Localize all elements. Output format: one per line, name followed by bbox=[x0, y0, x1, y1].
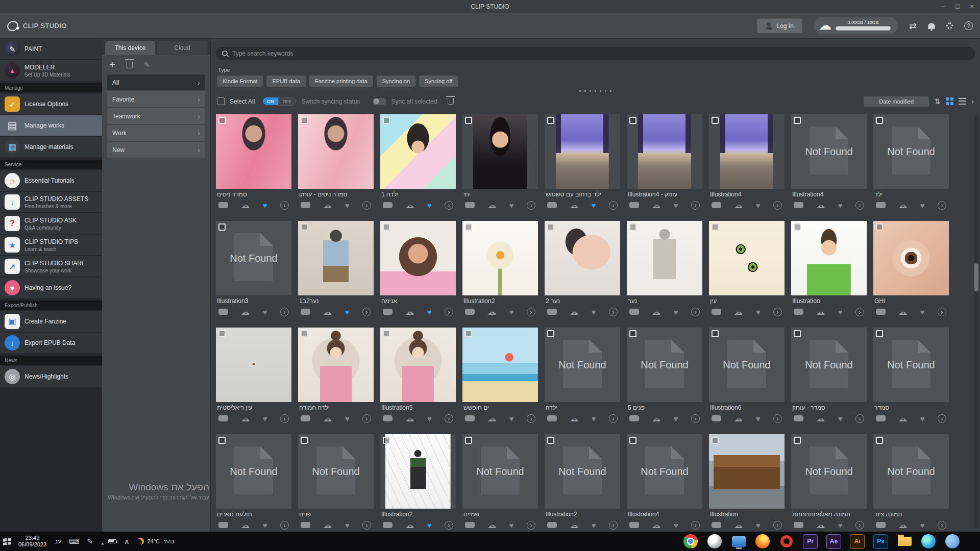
favorite-heart-icon[interactable]: ♥ bbox=[756, 415, 761, 422]
sync-all-toggle-icon[interactable] bbox=[373, 98, 386, 105]
work-thumbnail[interactable]: Not Found bbox=[791, 114, 867, 189]
work-thumbnail[interactable] bbox=[709, 221, 785, 295]
work-item[interactable]: ילד ברחוב עם טשטוש ☁ ♥ › bbox=[545, 114, 620, 212]
more-chevron-icon[interactable]: › bbox=[609, 521, 618, 530]
more-chevron-icon[interactable]: › bbox=[773, 414, 782, 423]
work-thumbnail[interactable]: Not Found bbox=[462, 434, 538, 509]
work-thumbnail[interactable] bbox=[545, 221, 620, 295]
more-chevron-icon[interactable]: › bbox=[609, 201, 618, 210]
cloud-sync-icon[interactable]: ☁ bbox=[570, 201, 578, 210]
cloud-sync-icon[interactable]: ☁ bbox=[816, 521, 825, 530]
work-checkbox[interactable] bbox=[383, 330, 390, 337]
work-thumbnail[interactable] bbox=[462, 221, 538, 295]
work-checkbox[interactable] bbox=[712, 117, 719, 124]
pen-settings-icon[interactable]: ✎ bbox=[87, 538, 93, 545]
cloud-sync-icon[interactable]: ☁ bbox=[323, 201, 332, 210]
cloud-sync-icon[interactable]: ☁ bbox=[570, 308, 578, 316]
more-chevron-icon[interactable]: › bbox=[855, 521, 864, 530]
favorite-heart-icon[interactable]: ♥ bbox=[509, 202, 514, 209]
work-checkbox[interactable] bbox=[876, 330, 883, 337]
favorite-heart-icon[interactable]: ♥ bbox=[674, 308, 678, 316]
more-chevron-icon[interactable]: › bbox=[773, 521, 782, 530]
work-item[interactable]: Illustration5 ☁ ♥ › bbox=[380, 328, 456, 425]
sidebar-item-manage-works[interactable]: ▤ Manage works bbox=[0, 115, 102, 136]
work-thumbnail[interactable] bbox=[380, 434, 456, 509]
more-chevron-icon[interactable]: › bbox=[280, 201, 289, 210]
hidden-icons-chevron[interactable]: ∧ bbox=[124, 538, 129, 545]
more-chevron-icon[interactable]: › bbox=[362, 201, 371, 210]
cloud-sync-icon[interactable]: ☁ bbox=[405, 414, 414, 423]
more-chevron-icon[interactable]: › bbox=[691, 201, 700, 210]
sidebar-item-paint[interactable]: ✎ PAINT bbox=[0, 39, 102, 59]
favorite-heart-icon[interactable]: ♥ bbox=[263, 202, 267, 209]
work-thumbnail[interactable] bbox=[380, 221, 456, 295]
sidebar-item-news-highlights[interactable]: ◎ News/Highlights bbox=[0, 366, 102, 387]
favorite-heart-icon[interactable]: ♥ bbox=[345, 308, 350, 316]
favorite-heart-icon[interactable]: ♥ bbox=[509, 415, 514, 422]
work-item[interactable]: Illustration ☁ ♥ › bbox=[709, 434, 785, 532]
favorite-heart-icon[interactable]: ♥ bbox=[920, 202, 925, 209]
favorite-heart-icon[interactable]: ♥ bbox=[838, 415, 843, 422]
work-item[interactable]: Not Found תמונה מאלפתתתתתת ☁ ♥ › bbox=[791, 434, 867, 532]
scrollbar[interactable] bbox=[974, 115, 978, 529]
settings-gear-icon[interactable] bbox=[946, 22, 953, 29]
work-thumbnail[interactable]: Not Found bbox=[791, 328, 867, 402]
work-checkbox[interactable] bbox=[301, 437, 308, 444]
taskbar-after-effects-icon[interactable]: Ae bbox=[826, 534, 841, 549]
more-chevron-icon[interactable]: › bbox=[938, 201, 946, 210]
work-thumbnail[interactable] bbox=[791, 221, 867, 295]
favorite-heart-icon[interactable]: ♥ bbox=[509, 521, 514, 529]
sort-direction-icon[interactable]: ⇅ bbox=[934, 97, 941, 106]
battery-icon[interactable] bbox=[108, 539, 116, 543]
search-bar[interactable] bbox=[216, 47, 975, 60]
sidebar-item-clip-studio-ask[interactable]: ? CLIP STUDIO ASK Q&A community bbox=[0, 213, 102, 234]
work-thumbnail[interactable]: Not Found bbox=[873, 434, 949, 509]
favorite-heart-icon[interactable]: ♥ bbox=[263, 521, 267, 529]
tab-cloud[interactable]: Cloud bbox=[157, 41, 207, 55]
grid-view-icon[interactable] bbox=[946, 97, 953, 105]
cloud-sync-icon[interactable]: ☁ bbox=[898, 521, 907, 530]
work-thumbnail[interactable] bbox=[380, 114, 456, 189]
cloud-sync-icon[interactable]: ☁ bbox=[816, 308, 825, 316]
favorite-heart-icon[interactable]: ♥ bbox=[674, 202, 678, 209]
edit-pencil-icon[interactable]: ✎ bbox=[144, 60, 151, 69]
work-checkbox[interactable] bbox=[876, 223, 883, 231]
work-thumbnail[interactable] bbox=[216, 114, 291, 189]
work-item[interactable]: Not Found תמונה ציור ☁ ♥ › bbox=[873, 434, 949, 532]
work-thumbnail[interactable] bbox=[709, 114, 785, 189]
cloud-sync-icon[interactable]: ☁ bbox=[405, 308, 414, 316]
work-checkbox[interactable] bbox=[301, 117, 308, 124]
work-item[interactable]: Illustration4 ☁ ♥ › bbox=[709, 114, 785, 212]
cloud-storage-meter[interactable]: ☁ 0.00GB / 10GB bbox=[814, 17, 898, 34]
work-checkbox[interactable] bbox=[794, 330, 801, 337]
favorite-heart-icon[interactable]: ♥ bbox=[263, 415, 267, 422]
sidebar-item-manage-materials[interactable]: ▦ Manage materials bbox=[0, 137, 102, 157]
more-chevron-icon[interactable]: › bbox=[362, 308, 371, 316]
work-checkbox[interactable] bbox=[218, 330, 226, 337]
work-checkbox[interactable] bbox=[383, 437, 390, 444]
cloud-sync-icon[interactable]: ☁ bbox=[241, 201, 250, 210]
favorite-heart-icon[interactable]: ♥ bbox=[674, 415, 678, 422]
work-checkbox[interactable] bbox=[218, 223, 226, 231]
favorite-heart-icon[interactable]: ♥ bbox=[592, 521, 596, 529]
library-filter-item[interactable]: New › bbox=[107, 142, 205, 158]
work-item[interactable]: ילדה 1 ☁ ♥ › bbox=[380, 114, 456, 212]
more-chevron-icon[interactable]: › bbox=[609, 308, 618, 316]
work-checkbox[interactable] bbox=[712, 223, 719, 231]
touch-keyboard-icon[interactable]: ⌨ bbox=[69, 538, 79, 545]
cloud-sync-icon[interactable]: ☁ bbox=[652, 201, 660, 210]
cloud-sync-icon[interactable]: ☁ bbox=[241, 414, 250, 423]
sidebar-item-license-options[interactable]: ✓ License Options bbox=[0, 94, 102, 114]
type-filter-chip[interactable]: Syncing on bbox=[377, 76, 415, 87]
more-chevron-icon[interactable]: › bbox=[855, 414, 864, 423]
favorite-heart-icon[interactable]: ♥ bbox=[427, 521, 432, 529]
taskbar-opera-icon[interactable] bbox=[779, 534, 794, 549]
library-filter-item[interactable]: All › bbox=[107, 74, 205, 90]
more-chevron-icon[interactable]: › bbox=[280, 521, 289, 530]
more-chevron-icon[interactable]: › bbox=[691, 414, 700, 423]
cloud-sync-icon[interactable]: ☁ bbox=[816, 201, 825, 210]
more-chevron-icon[interactable]: › bbox=[527, 521, 535, 530]
add-folder-icon[interactable]: + bbox=[109, 59, 115, 71]
work-thumbnail[interactable]: Not Found bbox=[873, 328, 949, 402]
work-checkbox[interactable] bbox=[547, 117, 554, 124]
